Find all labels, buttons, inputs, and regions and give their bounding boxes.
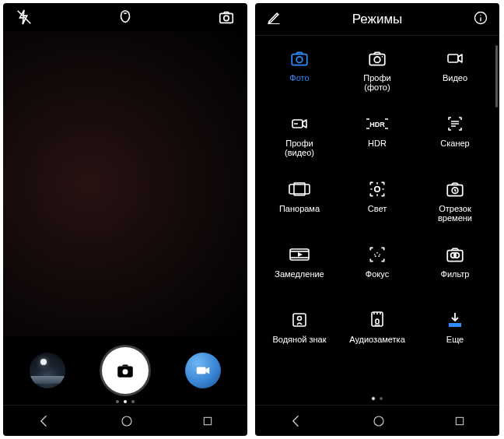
camera-top-toolbar	[3, 3, 247, 31]
svg-point-4	[123, 369, 128, 374]
nav-home-icon[interactable]	[372, 414, 386, 428]
mode-label: Фокус	[366, 269, 389, 279]
svg-rect-13	[369, 54, 385, 65]
mode-label: Фото	[289, 73, 309, 83]
audionote-icon	[368, 308, 387, 332]
modes-title: Режимы	[352, 12, 403, 27]
filter-icon	[443, 243, 467, 266]
svg-rect-5	[197, 367, 206, 374]
svg-text:HDR: HDR	[369, 121, 385, 128]
mode-label: Профи (видео)	[285, 139, 314, 157]
mode-label: HDR	[368, 139, 387, 148]
nav-recent-icon[interactable]	[453, 415, 466, 427]
modes-body: ФотоПрофи (фото)ВидеоПрофи (видео)HDRHDR…	[255, 36, 499, 392]
svg-rect-1	[220, 13, 233, 23]
svg-point-42	[454, 253, 460, 258]
camera-screen	[3, 3, 247, 436]
svg-rect-11	[292, 54, 307, 65]
gallery-thumbnail[interactable]	[30, 353, 65, 388]
mode-label: Свет	[368, 204, 387, 213]
nav-back-icon[interactable]	[289, 413, 304, 429]
svg-rect-40	[447, 251, 463, 262]
shutter-button[interactable]	[102, 347, 149, 394]
svg-point-39	[378, 255, 380, 257]
mode-video[interactable]: Видео	[418, 47, 492, 98]
svg-point-6	[122, 416, 131, 426]
flash-off-icon[interactable]	[16, 9, 33, 26]
shutter-bar	[3, 336, 247, 405]
video-icon	[443, 47, 467, 70]
mode-label: Панорама	[279, 204, 320, 213]
svg-point-38	[375, 255, 376, 257]
mode-pro-video[interactable]: Профи (видео)	[263, 112, 336, 163]
info-icon[interactable]	[473, 10, 488, 29]
camera-pro-icon	[366, 47, 389, 70]
mode-slowmo[interactable]: Замедление	[263, 243, 336, 294]
video-pro-icon	[288, 112, 311, 135]
camera-switch-icon[interactable]	[218, 9, 235, 26]
beauty-mode-icon[interactable]	[117, 9, 134, 26]
svg-rect-7	[204, 417, 211, 424]
mode-label: Сканер	[440, 139, 469, 148]
svg-point-47	[374, 416, 383, 426]
camera-clock-icon	[443, 177, 467, 201]
mode-scanner[interactable]: Сканер	[418, 112, 492, 163]
mode-audionote[interactable]: Аудиозаметка	[341, 308, 414, 360]
modes-header: Режимы	[255, 3, 499, 36]
mode-label: Замедление	[275, 269, 324, 279]
mode-photo[interactable]: Фото	[263, 47, 336, 98]
light-icon	[367, 177, 387, 201]
svg-point-36	[376, 252, 378, 254]
mode-label: Водяной знак	[272, 335, 326, 344]
svg-point-25	[375, 187, 380, 192]
svg-rect-16	[448, 54, 458, 62]
svg-point-35	[374, 254, 376, 255]
svg-point-37	[379, 254, 380, 255]
mode-focus[interactable]: Фокус	[341, 243, 414, 294]
nav-home-icon[interactable]	[120, 414, 134, 428]
svg-rect-46	[376, 319, 379, 324]
mode-label: Отрезок времени	[438, 204, 472, 223]
svg-point-10	[480, 15, 481, 16]
mode-hdr[interactable]: HDRHDR	[341, 112, 414, 163]
mode-filter[interactable]: Фильтр	[418, 243, 492, 294]
mode-panorama[interactable]: Панорама	[263, 177, 336, 229]
svg-rect-23	[289, 184, 310, 194]
modes-grid: ФотоПрофи (фото)ВидеоПрофи (видео)HDRHDR…	[263, 47, 492, 360]
scan-icon	[444, 112, 466, 135]
pager-dots	[3, 400, 247, 403]
svg-point-12	[296, 57, 303, 63]
svg-point-2	[224, 16, 229, 20]
viewfinder[interactable]	[3, 31, 247, 336]
scrollbar[interactable]	[495, 45, 498, 107]
nav-back-icon[interactable]	[37, 413, 52, 429]
modes-screen: Режимы ФотоПрофи (фото)ВидеоПрофи (видео…	[255, 3, 499, 436]
mode-light[interactable]: Свет	[341, 177, 414, 229]
svg-point-44	[298, 317, 302, 321]
mode-timelapse[interactable]: Отрезок времени	[418, 177, 492, 229]
edit-icon[interactable]	[266, 10, 282, 29]
focus-icon	[367, 243, 387, 266]
video-mode-button[interactable]	[185, 353, 221, 388]
pano-icon	[288, 177, 311, 201]
android-navbar	[3, 405, 247, 436]
hdr-icon: HDR	[365, 112, 390, 135]
nav-recent-icon[interactable]	[201, 415, 214, 427]
mode-label: Профи (фото)	[363, 73, 390, 92]
slomo-icon	[288, 243, 311, 266]
svg-point-15	[382, 56, 383, 58]
svg-rect-48	[456, 417, 463, 424]
watermark-icon	[289, 308, 310, 332]
android-navbar	[255, 405, 499, 436]
mode-label: Фильтр	[441, 269, 470, 279]
download-icon	[445, 308, 465, 332]
mode-more[interactable]: Еще	[418, 308, 492, 360]
mode-label: Видео	[443, 73, 467, 83]
mode-watermark[interactable]: Водяной знак	[263, 308, 336, 360]
camera-icon	[288, 47, 311, 70]
mode-label: Еще	[446, 335, 464, 344]
modes-pager	[255, 392, 499, 405]
svg-point-14	[374, 57, 380, 63]
mode-label: Аудиозаметка	[349, 335, 405, 344]
mode-pro-photo[interactable]: Профи (фото)	[341, 47, 414, 98]
